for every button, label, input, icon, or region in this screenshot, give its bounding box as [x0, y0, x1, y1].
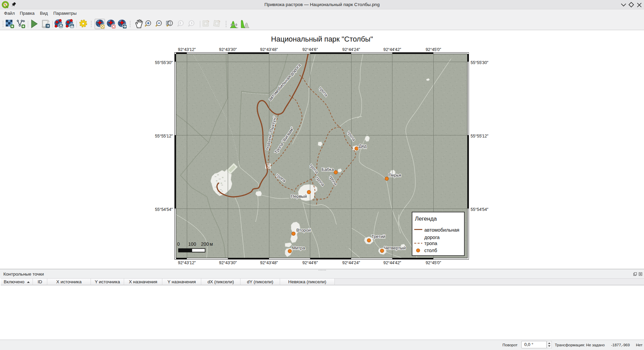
svg-text:92°43′48″: 92°43′48″: [260, 47, 278, 52]
svg-text:Национальный парк "Столбы": Национальный парк "Столбы": [271, 35, 373, 43]
svg-text:Митра: Митра: [292, 245, 305, 250]
svg-text:92°43′12″: 92°43′12″: [178, 260, 196, 265]
svg-text:92°43′30″: 92°43′30″: [219, 260, 237, 265]
svg-text:92°44′6″: 92°44′6″: [302, 47, 318, 52]
svg-text:55°54′54″: 55°54′54″: [471, 207, 489, 212]
svg-text:Дед: Дед: [359, 143, 367, 149]
svg-text:Перья: Перья: [388, 173, 401, 178]
svg-text:55°55′30″: 55°55′30″: [471, 60, 489, 65]
svg-text:дорога: дорога: [424, 235, 440, 240]
svg-text:55°54′54″: 55°54′54″: [155, 207, 173, 212]
svg-text:Третий: Третий: [371, 234, 385, 239]
svg-text:Первый: Первый: [291, 194, 307, 199]
svg-text:55°55′12″: 55°55′12″: [471, 134, 489, 138]
svg-text:92°43′30″: 92°43′30″: [219, 47, 237, 52]
svg-text:92°44′6″: 92°44′6″: [302, 260, 318, 265]
svg-text:м: м: [210, 241, 213, 247]
svg-text:92°45′0″: 92°45′0″: [426, 47, 441, 52]
svg-text:0: 0: [177, 241, 180, 247]
svg-text:92°44′24″: 92°44′24″: [342, 47, 360, 52]
svg-text:55°55′30″: 55°55′30″: [155, 60, 173, 65]
svg-text:Легенда: Легенда: [415, 215, 437, 222]
svg-text:Бабка: Бабка: [322, 167, 334, 172]
svg-text:92°44′42″: 92°44′42″: [383, 47, 401, 52]
svg-text:92°43′48″: 92°43′48″: [260, 260, 278, 265]
svg-text:92°45′0″: 92°45′0″: [426, 260, 441, 265]
svg-text:55°55′12″: 55°55′12″: [155, 134, 173, 138]
svg-text:Четвертый: Четвертый: [384, 245, 406, 250]
svg-text:автомобильная: автомобильная: [424, 227, 459, 233]
svg-text:100: 100: [188, 241, 196, 247]
svg-text:тропа: тропа: [424, 241, 438, 246]
svg-text:200: 200: [201, 241, 209, 247]
svg-text:92°44′24″: 92°44′24″: [342, 260, 360, 265]
svg-text:92°43′12″: 92°43′12″: [178, 47, 196, 52]
svg-text:столб: столб: [424, 248, 437, 253]
svg-text:Второй: Второй: [297, 228, 311, 233]
svg-text:92°44′42″: 92°44′42″: [383, 260, 401, 265]
